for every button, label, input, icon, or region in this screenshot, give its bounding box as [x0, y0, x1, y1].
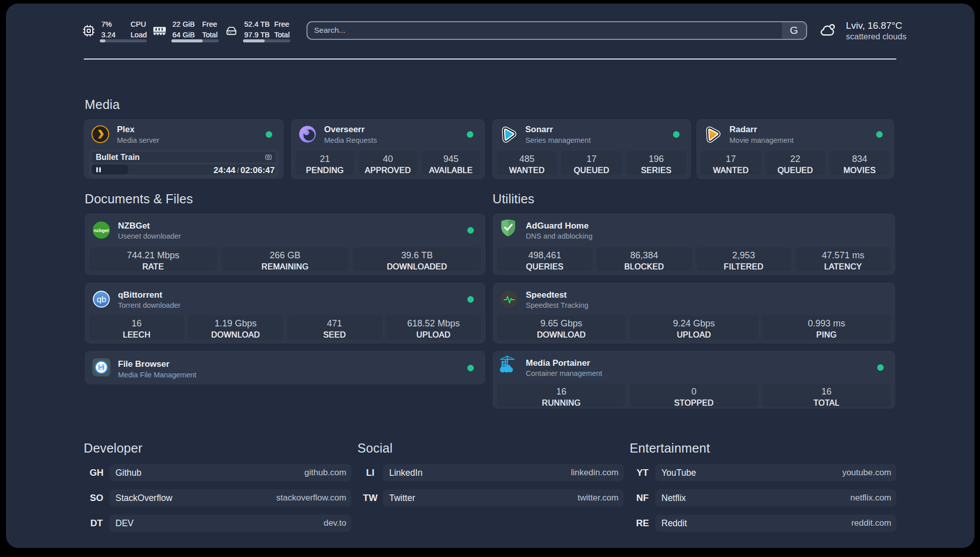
bookmark-linkedin[interactable]: LI LinkedInlinkedin.com: [357, 464, 624, 481]
service-card-overseerr[interactable]: Overseerr Media Requests 21PENDING 40APP…: [291, 119, 485, 179]
service-card-portainer[interactable]: Media Portainer Container management 16R…: [493, 351, 895, 409]
playback-time: 24:44/02:06:47: [214, 165, 275, 176]
service-card-speedtest[interactable]: Speedtest Speedtest Tracking 9.65 GbpsDO…: [493, 283, 895, 344]
weather-location-temp: Lviv, 16.87°C: [846, 21, 906, 31]
search-provider-button[interactable]: G: [782, 22, 806, 39]
bookmark-reddit[interactable]: RE Redditreddit.com: [630, 515, 896, 532]
nzbget-logo-text: nzbget: [94, 228, 109, 233]
bookmark-abbr: SO: [84, 489, 109, 507]
stat-tile: 16TOTAL: [762, 383, 891, 407]
cpu-label-1: CPU: [131, 19, 147, 30]
cpu-value-2: 3.24: [101, 30, 115, 40]
service-card-plex[interactable]: Plex Media server Bullet Train 24:44/02:…: [84, 119, 284, 179]
memory-icon: [153, 27, 166, 35]
bookmark-group-title: Entertainment: [630, 441, 896, 456]
nzbget-logo: nzbget: [92, 221, 110, 239]
memory-value-1: 22 GiB: [172, 19, 195, 30]
stat-tile: 1.19 GbpsDOWNLOAD: [188, 315, 283, 340]
service-name: Plex: [117, 125, 135, 134]
status-dot: [266, 131, 272, 138]
search-input[interactable]: Search...: [308, 22, 782, 39]
service-card-nzbget[interactable]: nzbget NZBGet Usenet downloader 744.21 M…: [85, 213, 485, 275]
filebrowser-logo: [92, 358, 110, 376]
service-desc: Movie management: [729, 137, 793, 144]
bookmark-url: youtube.com: [842, 468, 891, 478]
bookmark-name: DEV: [115, 518, 134, 529]
service-name: AdGuard Home: [526, 221, 589, 230]
bookmark-github[interactable]: GH Githubgithub.com: [84, 464, 351, 481]
bookmark-abbr: LI: [357, 464, 383, 481]
service-name: NZBGet: [118, 221, 150, 230]
stat-tile: 618.52 MbpsUPLOAD: [386, 315, 481, 340]
bookmark-url: netflix.com: [850, 493, 891, 503]
bookmark-group-title: Developer: [84, 441, 351, 456]
status-dot: [673, 131, 680, 138]
status-dot: [876, 131, 883, 138]
bookmark-name: YouTube: [661, 468, 696, 478]
stat-tile: 47.571 msLATENCY: [795, 247, 891, 271]
bookmark-twitter[interactable]: TW Twittertwitter.com: [357, 489, 624, 507]
bookmark-name: Netflix: [661, 493, 686, 504]
memory-label-2: Total: [202, 30, 218, 40]
sonarr-logo: [500, 125, 518, 143]
radarr-logo: [704, 125, 722, 143]
service-desc: DNS and adblocking: [526, 233, 592, 240]
cpu-progress: [100, 39, 147, 42]
dashboard-panel: 7% 3.24 CPU Load 22 GiB 64 GiB Free Tota…: [6, 4, 974, 548]
stat-tile: 86,384BLOCKED: [596, 247, 692, 271]
memory-progress: [171, 39, 219, 42]
bookmark-url: twitter.com: [578, 493, 619, 503]
stat-tile: 0STOPPED: [630, 383, 758, 407]
status-dot: [467, 296, 474, 303]
bookmark-dev[interactable]: DT DEVdev.to: [84, 515, 351, 532]
qbittorrent-logo: qb: [92, 290, 110, 308]
cpu-value-1: 7%: [101, 19, 115, 30]
stat-tile: 2,953FILTERED: [696, 247, 791, 271]
disk-value-2: 97.9 TB: [244, 30, 270, 40]
bookmark-netflix[interactable]: NF Netflixnetflix.com: [630, 489, 896, 507]
service-card-filebrowser[interactable]: File Browser Media File Management: [85, 351, 485, 384]
bookmark-abbr: DT: [84, 515, 109, 532]
stat-tile: 471SEED: [287, 315, 382, 340]
service-desc: Media server: [117, 137, 159, 144]
disk-progress: [243, 39, 290, 42]
memory-label-1: Free: [202, 19, 218, 30]
speedtest-logo: [500, 290, 518, 308]
stat-tile: 22QUEUED: [765, 151, 826, 175]
stat-tile: 9.65 GbpsDOWNLOAD: [497, 315, 626, 340]
bookmark-abbr: TW: [357, 489, 383, 507]
service-desc: Speedtest Tracking: [526, 302, 588, 309]
bookmark-stackoverflow[interactable]: SO StackOverflowstackoverflow.com: [84, 489, 351, 507]
plex-logo: [91, 125, 109, 143]
service-name: File Browser: [118, 360, 169, 368]
bookmark-url: reddit.com: [851, 518, 891, 528]
bookmark-url: github.com: [304, 468, 346, 478]
stat-tile: 39.6 TBDOWNLOADED: [353, 247, 481, 271]
cloud-icon: [820, 22, 836, 37]
service-desc: Media Requests: [324, 137, 377, 144]
bookmark-name: StackOverflow: [115, 493, 172, 504]
disk-label-1: Free: [274, 19, 290, 30]
disk-icon: [226, 25, 237, 36]
service-card-radarr[interactable]: Radarr Movie management 17WANTED 22QUEUE…: [696, 119, 894, 179]
disk-label-2: Total: [274, 30, 290, 40]
bookmark-name: Twitter: [389, 493, 415, 504]
bookmark-name: Github: [115, 468, 142, 478]
adguard-logo: [499, 219, 517, 237]
section-title-media: Media: [85, 97, 120, 112]
bookmark-abbr: RE: [630, 515, 655, 532]
service-desc: Series management: [525, 137, 591, 144]
bookmark-group-title: Social: [357, 441, 624, 456]
pause-icon[interactable]: [96, 167, 101, 173]
service-desc: Media File Management: [118, 371, 197, 379]
topbar-separator: [84, 59, 896, 60]
service-card-sonarr[interactable]: Sonarr Series management 485WANTED 17QUE…: [492, 119, 691, 179]
bookmark-youtube[interactable]: YT YouTubeyoutube.com: [630, 464, 896, 481]
stat-tile: 744.21 MbpsRATE: [89, 247, 217, 271]
qbittorrent-logo-text: qb: [97, 295, 106, 304]
stat-tile: 16LEECH: [89, 315, 184, 340]
portainer-logo: [499, 355, 517, 373]
bookmark-name: Reddit: [661, 518, 687, 529]
service-card-qbittorrent[interactable]: qb qBittorrent Torrent downloader 16LEEC…: [85, 283, 485, 344]
service-card-adguard[interactable]: AdGuard Home DNS and adblocking 498,461Q…: [493, 213, 895, 275]
